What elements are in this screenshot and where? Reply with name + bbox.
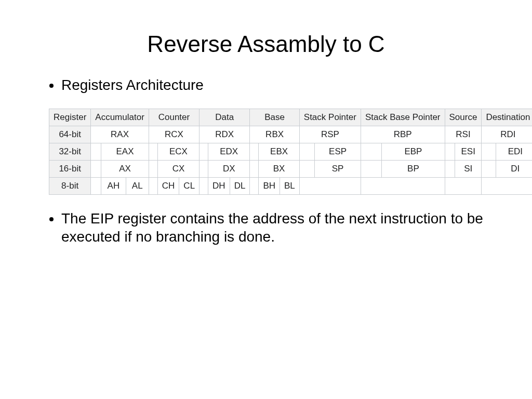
- blank: [250, 178, 259, 195]
- row-16bit: 16-bit AX CX DX BX SP BP SI DI: [49, 161, 533, 178]
- cell-ax: AX: [101, 161, 149, 178]
- row-64bit: 64-bit RAX RCX RDX RBX RSP RBP RSI RDI: [49, 126, 533, 143]
- blank: [299, 178, 361, 195]
- table-header-row: Register Accumulator Counter Data Base S…: [49, 109, 533, 126]
- cell-ebp: EBP: [382, 143, 445, 161]
- blank: [250, 161, 259, 178]
- cell-eax: EAX: [101, 143, 149, 161]
- blank: [91, 161, 101, 178]
- blank: [200, 161, 208, 178]
- row-32bit: 32-bit EAX ECX EDX EBX ESP EBP ESI: [49, 143, 533, 161]
- blank: [361, 161, 381, 178]
- cell-dh: DH: [208, 178, 230, 195]
- cell-bx: BX: [259, 161, 299, 178]
- blank: [250, 143, 259, 161]
- slide-title: Reverse Assambly to C: [47, 31, 485, 57]
- row-label-64: 64-bit: [49, 126, 91, 143]
- hdr-source: Source: [445, 109, 482, 126]
- cell-bh: BH: [259, 178, 280, 195]
- row-label-8: 8-bit: [49, 178, 91, 195]
- blank: [149, 178, 157, 195]
- hdr-accumulator: Accumulator: [91, 109, 149, 126]
- blank: [445, 143, 455, 161]
- cell-esp: ESP: [315, 143, 361, 161]
- cell-ah: AH: [101, 178, 126, 195]
- register-table: Register Accumulator Counter Data Base S…: [49, 109, 532, 195]
- register-table-wrap: Register Accumulator Counter Data Base S…: [49, 109, 485, 195]
- cell-bl: BL: [280, 178, 300, 195]
- cell-edx: EDX: [208, 143, 250, 161]
- hdr-register: Register: [49, 109, 91, 126]
- bullet-registers-architecture: Registers Architecture: [61, 76, 485, 94]
- cell-bp: BP: [382, 161, 445, 178]
- cell-dl: DL: [230, 178, 250, 195]
- hdr-stack-base-pointer: Stack Base Pointer: [361, 109, 445, 126]
- bullet-list-2: The EIP register contains the address of…: [47, 209, 485, 246]
- blank: [445, 178, 482, 195]
- cell-ebx: EBX: [259, 143, 299, 161]
- row-label-16: 16-bit: [49, 161, 91, 178]
- row-label-32: 32-bit: [49, 143, 91, 161]
- cell-esi: ESI: [455, 143, 482, 161]
- cell-dx: DX: [208, 161, 250, 178]
- blank: [361, 143, 381, 161]
- blank: [482, 161, 496, 178]
- bullet-list: Registers Architecture: [47, 76, 485, 94]
- cell-rax: RAX: [91, 126, 149, 143]
- cell-ch: CH: [157, 178, 179, 195]
- blank: [299, 143, 315, 161]
- blank: [91, 178, 101, 195]
- cell-rdi: RDI: [482, 126, 532, 143]
- blank: [200, 143, 208, 161]
- blank: [299, 161, 315, 178]
- cell-rbx: RBX: [250, 126, 299, 143]
- hdr-data: Data: [200, 109, 250, 126]
- cell-ecx: ECX: [157, 143, 199, 161]
- cell-al: AL: [126, 178, 149, 195]
- blank: [91, 143, 101, 161]
- cell-cx: CX: [157, 161, 199, 178]
- cell-rdx: RDX: [200, 126, 250, 143]
- blank: [482, 178, 532, 195]
- cell-edi: EDI: [496, 143, 532, 161]
- blank: [482, 143, 496, 161]
- blank: [149, 143, 157, 161]
- hdr-stack-pointer: Stack Pointer: [299, 109, 361, 126]
- cell-di: DI: [496, 161, 532, 178]
- cell-cl: CL: [179, 178, 200, 195]
- cell-rsp: RSP: [299, 126, 361, 143]
- hdr-base: Base: [250, 109, 299, 126]
- cell-sp: SP: [315, 161, 361, 178]
- cell-rsi: RSI: [445, 126, 482, 143]
- hdr-destination: Destination: [482, 109, 532, 126]
- blank: [445, 161, 455, 178]
- blank: [361, 178, 445, 195]
- cell-rcx: RCX: [149, 126, 199, 143]
- hdr-counter: Counter: [149, 109, 199, 126]
- bullet-eip-description: The EIP register contains the address of…: [61, 209, 485, 246]
- slide: Reverse Assambly to C Registers Architec…: [0, 0, 532, 281]
- row-8bit: 8-bit AH AL CH CL DH DL BH BL: [49, 178, 533, 195]
- blank: [200, 178, 208, 195]
- cell-rbp: RBP: [361, 126, 445, 143]
- cell-si: SI: [455, 161, 482, 178]
- blank: [149, 161, 157, 178]
